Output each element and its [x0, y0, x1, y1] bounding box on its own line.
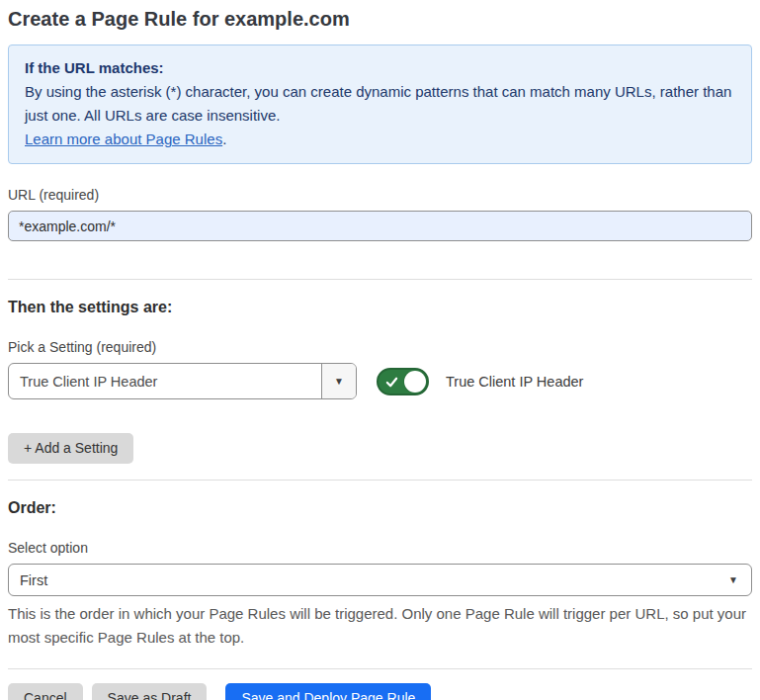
true-client-ip-toggle-group: True Client IP Header [377, 368, 583, 395]
order-help-text: This is the order in which your Page Rul… [8, 602, 752, 650]
link-period: . [222, 131, 226, 147]
setting-row: True Client IP Header ▼ True Client IP H… [8, 363, 752, 399]
footer-divider [8, 668, 752, 669]
order-select-label: Select option [8, 540, 752, 556]
setting-select-caret-section: ▼ [321, 364, 356, 398]
order-section-heading: Order: [8, 499, 752, 517]
learn-more-link[interactable]: Learn more about Page Rules [25, 131, 222, 147]
setting-select[interactable]: True Client IP Header ▼ [8, 363, 357, 399]
section-divider [8, 480, 752, 481]
order-select[interactable]: First ▼ [8, 564, 752, 596]
pick-setting-label: Pick a Setting (required) [8, 339, 752, 355]
toggle-knob [404, 371, 426, 393]
page-title: Create a Page Rule for example.com [8, 6, 752, 32]
caret-down-icon: ▼ [334, 377, 344, 387]
caret-down-icon: ▼ [728, 575, 738, 585]
info-callout-heading: If the URL matches: [25, 56, 735, 80]
info-body-text: By using the asterisk (*) character, you… [25, 83, 731, 124]
save-draft-button[interactable]: Save as Draft [92, 683, 208, 700]
footer-actions: Cancel Save as Draft Save and Deploy Pag… [8, 683, 752, 700]
toggle-label: True Client IP Header [446, 374, 583, 390]
info-callout-body: By using the asterisk (*) character, you… [25, 80, 735, 151]
url-input[interactable] [8, 211, 752, 241]
url-field-label: URL (required) [8, 187, 752, 203]
add-setting-button[interactable]: + Add a Setting [8, 433, 133, 464]
true-client-ip-toggle[interactable] [377, 368, 429, 395]
order-select-value: First [20, 572, 47, 588]
save-deploy-button[interactable]: Save and Deploy Page Rule [225, 683, 431, 700]
setting-select-value: True Client IP Header [9, 364, 321, 398]
check-icon [385, 376, 398, 389]
cancel-button[interactable]: Cancel [8, 683, 83, 700]
url-match-info-callout: If the URL matches: By using the asteris… [8, 44, 752, 164]
create-page-rule-form: Create a Page Rule for example.com If th… [0, 0, 760, 700]
settings-section-heading: Then the settings are: [8, 299, 752, 316]
section-divider [8, 279, 752, 280]
